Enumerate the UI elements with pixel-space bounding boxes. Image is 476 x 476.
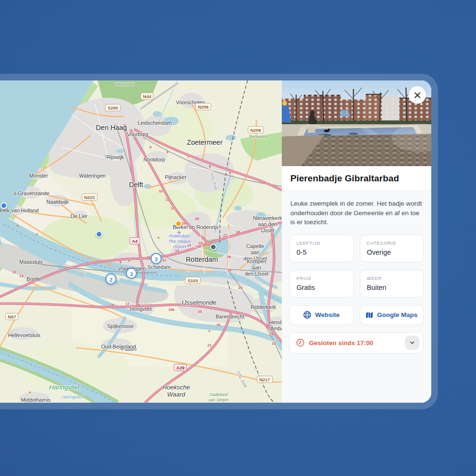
exit-number: 11 (166, 198, 169, 202)
cluster-marker[interactable]: 2 (106, 274, 117, 285)
road-shield: N57 (5, 313, 18, 320)
exit-number: 14 (30, 278, 34, 283)
exit-number: 12 (171, 206, 175, 210)
map-label: Monster (29, 173, 48, 179)
exit-number: 13 (20, 274, 23, 278)
poi-triangle-icon: ▲ (208, 328, 211, 333)
map-label: Maassluis (20, 259, 43, 265)
map-label: Putten (121, 346, 137, 352)
field-leeftijd: LEEFTIJD 0-5 (289, 235, 354, 262)
map-label: Hoogvliet (130, 306, 152, 312)
expand-hours-button[interactable] (405, 336, 419, 350)
map-label: Oudeland van Strijen (208, 392, 229, 402)
map-label: Wateringen (79, 173, 106, 179)
page-background: { "panel": { "title": "Pierenbadje Gibra… (0, 0, 476, 476)
map-label: Naaldwijk (46, 199, 69, 205)
map-label: Middelharnis (21, 397, 50, 403)
exit-number: 15 (90, 304, 94, 308)
cluster-marker[interactable]: 3 (126, 268, 137, 279)
exit-number: 26 (227, 255, 231, 259)
map-overlay: MeijendelVoorschotenDen HaagLeidschendam… (0, 80, 282, 403)
map-label: Bentwoud (249, 134, 268, 139)
map-label: Amba (270, 326, 282, 332)
map-label: s-Gravenzande (13, 190, 49, 197)
detail-panel: Pierenbadje Gibraltarbad Leuke zwemplek … (282, 80, 431, 403)
airport-icon: ✈ (177, 229, 181, 236)
close-button[interactable] (408, 86, 426, 104)
map-label: Hendrik (269, 319, 282, 326)
exit-number: 8 (119, 260, 121, 264)
exit-number: 16 (236, 230, 240, 234)
map-label: Schiedam (148, 264, 171, 270)
map-label: Nieuwerkerk aan den IJssel (253, 215, 282, 234)
road-shield: S103 (185, 277, 200, 284)
road-shield: N209 (248, 127, 264, 134)
road-shield: N206 (196, 103, 211, 110)
opening-hours-bar[interactable]: Gesloten sinds 17:00 (289, 332, 424, 354)
exit-number: 13 (175, 248, 179, 253)
field-label: LEEFTIJD (297, 240, 347, 246)
exit-number: 19a (169, 307, 175, 312)
map-label: Voorburg (127, 131, 149, 138)
exit-number: 21 (208, 343, 211, 347)
exit-number: 12 (162, 258, 166, 262)
place-marker[interactable] (175, 220, 182, 227)
google-maps-button[interactable]: Google Maps (360, 305, 424, 325)
map-label: Den Haag (96, 124, 127, 132)
chevron-down-icon (409, 339, 416, 346)
map-label: Leidschendam (138, 120, 172, 126)
field-label: PRIJS (297, 276, 347, 281)
road-shield: N44 (140, 93, 153, 100)
place-marker[interactable] (0, 202, 7, 209)
road-shield: N222 (82, 194, 98, 201)
website-label: Website (315, 311, 340, 318)
road-shield: S200 (105, 104, 120, 111)
exit-number: 11 (147, 255, 150, 259)
field-value: 0-5 (297, 248, 347, 256)
exit-number: 21 (269, 332, 273, 336)
exit-number: 12 (12, 270, 16, 274)
map-label: Meijendel (116, 82, 134, 87)
map-label: IJsselmonde (182, 299, 217, 306)
exit-number: 24 (238, 286, 242, 290)
location-photo (282, 80, 431, 166)
exit-number: 20 (198, 309, 202, 314)
exit-number: 25 (228, 268, 231, 272)
map-label: Pijnacker (165, 174, 186, 180)
map-label: De Lier (70, 213, 87, 219)
exit-number: 6 (167, 150, 169, 154)
map-label: Barendrecht (216, 314, 244, 320)
map-label: Spijkenisse (107, 323, 134, 329)
exit-number: 20 (217, 323, 220, 327)
map-label: Capelle aan den IJssel (242, 243, 268, 262)
map-canvas[interactable]: MeijendelVoorschotenDen HaagLeidschendam… (0, 80, 282, 403)
map-label: Rotterdam (186, 256, 218, 264)
map-label: Oud-Beijerland (101, 344, 136, 350)
map-label: Nootdorp (143, 157, 165, 163)
field-categorie: CATEGORIE Overige (360, 235, 424, 262)
map-label: Brielle (27, 276, 41, 282)
exit-number: 7 (188, 155, 189, 159)
map-label: HSL Zuid (236, 370, 248, 388)
field-label: WEER (367, 276, 417, 281)
app-card: MeijendelVoorschotenDen HaagLeidschendam… (0, 74, 438, 409)
close-icon (414, 92, 421, 99)
field-value: Buiten (367, 284, 417, 291)
exit-number: 23 (272, 341, 276, 346)
map-label: Delft (129, 181, 143, 189)
place-marker[interactable] (96, 231, 102, 238)
map-label: Haringvliet (62, 394, 83, 399)
exit-number: 28 (195, 217, 199, 221)
exit-number: 17 (126, 302, 129, 306)
title-block: Pierenbadje Gibraltarbad (282, 166, 431, 191)
page-title: Pierenbadje Gibraltarbad (290, 173, 423, 184)
cluster-marker[interactable]: 3 (151, 253, 162, 264)
field-label: CATEGORIE (367, 240, 417, 246)
place-marker[interactable] (210, 244, 217, 250)
field-weer: WEER Buiten (360, 270, 424, 298)
road-shield: A4 (129, 238, 140, 245)
website-button[interactable]: Website (289, 305, 354, 325)
field-value: Overige (367, 248, 417, 256)
exit-number: 9 (229, 171, 231, 175)
panel-body: Leuke zwemplek in de zomer. Het badje wo… (282, 191, 431, 403)
